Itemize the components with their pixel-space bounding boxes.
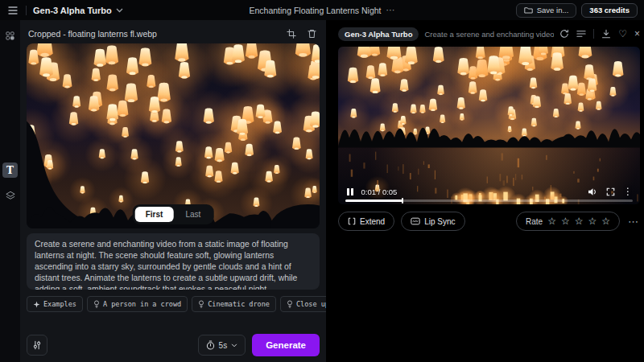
download-icon[interactable] bbox=[601, 29, 611, 39]
input-image-preview: First Last bbox=[27, 43, 320, 228]
session-title-wrap: Enchanting Floating Lanterns Night ⋯ bbox=[249, 5, 394, 15]
pause-button[interactable] bbox=[345, 187, 355, 197]
prompt-textarea[interactable]: Create a serene and enchanting video fro… bbox=[27, 233, 320, 290]
duration-selector[interactable]: 5s bbox=[198, 335, 246, 356]
generation-controls: 5s Generate bbox=[27, 334, 320, 356]
video-controls-right: ⋮ bbox=[588, 186, 633, 197]
examples-icon bbox=[33, 301, 40, 308]
star-4[interactable]: ☆ bbox=[588, 216, 597, 226]
star-3[interactable]: ☆ bbox=[575, 216, 584, 226]
rate-label: Rate bbox=[526, 217, 543, 226]
output-actions: ♡ × bbox=[559, 29, 640, 39]
lightbulb-icon bbox=[93, 300, 100, 308]
star-5[interactable]: ☆ bbox=[601, 216, 610, 226]
runway-app: Gen-3 Alpha Turbo Enchanting Floating La… bbox=[0, 0, 644, 362]
rail-item-layers[interactable] bbox=[2, 187, 18, 203]
keyframe-toggle: First Last bbox=[133, 204, 214, 224]
input-filename: Cropped - floating lanterns fl.webp bbox=[28, 29, 277, 39]
crop-button[interactable] bbox=[285, 27, 298, 40]
sliders-icon bbox=[32, 340, 42, 350]
rail-item-blocks[interactable] bbox=[2, 28, 18, 43]
output-footer: Extend Lip Sync Rate ☆ ☆ ☆ ☆ ☆ ⋯ bbox=[338, 212, 640, 231]
header-divider bbox=[593, 29, 594, 39]
video-more-icon[interactable]: ⋮ bbox=[623, 186, 633, 197]
fullscreen-icon[interactable] bbox=[606, 187, 615, 196]
lip-sync-icon bbox=[411, 217, 420, 225]
folder-icon bbox=[524, 6, 533, 14]
prompt-preview: Create a serene and enchanting video fro… bbox=[424, 30, 554, 39]
model-badge: Gen-3 Alpha Turbo bbox=[338, 27, 419, 41]
video-player: 0:01 / 0:05 ⋮ bbox=[338, 47, 640, 204]
topbar-divider bbox=[26, 6, 27, 15]
prompt-suggestions: Examples A person in a crowd Cinematic d… bbox=[27, 296, 320, 312]
credits-label: 363 credits bbox=[589, 6, 630, 14]
examples-button[interactable]: Examples bbox=[27, 296, 83, 312]
keyframe-first-button[interactable]: First bbox=[135, 207, 174, 222]
topbar-actions: Save in... 363 credits bbox=[516, 3, 638, 18]
settings-button[interactable] bbox=[27, 335, 47, 356]
input-header: Cropped - floating lanterns fl.webp bbox=[27, 24, 320, 43]
delete-button[interactable] bbox=[306, 27, 318, 40]
regenerate-icon[interactable] bbox=[559, 29, 569, 39]
generation-panel: Cropped - floating lanterns fl.webp Firs… bbox=[20, 20, 326, 362]
blocks-icon bbox=[6, 31, 14, 40]
favorite-icon[interactable]: ♡ bbox=[618, 29, 627, 39]
footer-more-button[interactable]: ⋯ bbox=[626, 216, 640, 228]
crop-icon bbox=[287, 29, 296, 39]
chevron-down-icon bbox=[116, 8, 123, 13]
suggestion-chip-drone[interactable]: Cinematic drone bbox=[192, 296, 276, 312]
lightbulb-icon bbox=[287, 300, 293, 308]
output-header: Gen-3 Alpha Turbo Create a serene and en… bbox=[338, 25, 640, 43]
save-in-label: Save in... bbox=[537, 6, 569, 14]
generated-video[interactable] bbox=[338, 47, 640, 204]
hamburger-icon bbox=[8, 6, 18, 14]
top-bar: Gen-3 Alpha Turbo Enchanting Floating La… bbox=[0, 0, 644, 20]
trash-icon bbox=[308, 29, 316, 39]
lightbulb-icon bbox=[198, 300, 204, 308]
lip-sync-button[interactable]: Lip Sync bbox=[401, 212, 464, 231]
layers-icon bbox=[6, 191, 15, 200]
output-panel: Gen-3 Alpha Turbo Create a serene and en… bbox=[326, 20, 644, 362]
text-session-icon: T bbox=[6, 165, 14, 176]
session-title: Enchanting Floating Lanterns Night bbox=[249, 6, 381, 15]
rail-item-text-session[interactable]: T bbox=[2, 162, 18, 178]
star-1[interactable]: ☆ bbox=[547, 216, 556, 226]
close-icon[interactable]: × bbox=[634, 29, 640, 39]
generate-button[interactable]: Generate bbox=[252, 334, 320, 356]
rate-widget: Rate ☆ ☆ ☆ ☆ ☆ bbox=[516, 212, 620, 231]
timer-icon bbox=[206, 340, 215, 350]
credits-badge[interactable]: 363 credits bbox=[581, 3, 638, 18]
suggestion-chip-crowd[interactable]: A person in a crowd bbox=[87, 296, 188, 312]
model-selector[interactable]: Gen-3 Alpha Turbo bbox=[33, 6, 123, 15]
lantern-image bbox=[27, 43, 320, 228]
time-display: 0:01 / 0:05 bbox=[361, 187, 398, 196]
seek-bar[interactable] bbox=[345, 200, 633, 202]
keyframe-last-button[interactable]: Last bbox=[175, 207, 211, 222]
extend-button[interactable]: Extend bbox=[338, 212, 394, 231]
menu-button[interactable] bbox=[6, 5, 19, 16]
prompt-details-icon[interactable] bbox=[576, 30, 586, 38]
duration-value: 5s bbox=[219, 341, 228, 350]
left-rail: T bbox=[0, 20, 20, 362]
star-2[interactable]: ☆ bbox=[561, 216, 570, 226]
model-label: Gen-3 Alpha Turbo bbox=[33, 6, 112, 15]
volume-icon[interactable] bbox=[588, 187, 598, 196]
seek-bar-fill bbox=[345, 200, 402, 202]
save-in-button[interactable]: Save in... bbox=[516, 3, 577, 18]
extend-icon bbox=[348, 217, 356, 225]
session-more-button[interactable]: ⋯ bbox=[386, 5, 395, 15]
chevron-down-icon bbox=[231, 343, 237, 348]
video-controls: 0:01 / 0:05 ⋮ bbox=[345, 186, 633, 197]
